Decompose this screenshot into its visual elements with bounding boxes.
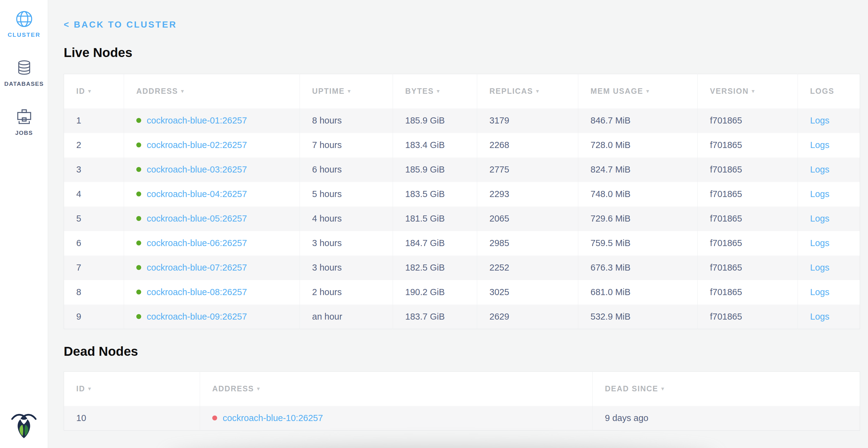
logs-link[interactable]: Logs: [810, 189, 829, 199]
sidebar: CLUSTER DATABASES JOBS: [0, 0, 48, 448]
node-logs-cell: Logs: [798, 207, 860, 231]
node-replicas: 2775: [477, 157, 578, 182]
column-header-id[interactable]: ID: [64, 74, 124, 109]
column-header-version[interactable]: VERSION: [698, 74, 798, 109]
node-version: f701865: [698, 182, 798, 207]
table-row: 2 cockroach-blue-02:26257 7 hours 183.4 …: [64, 133, 860, 157]
live-status-dot: [136, 191, 141, 197]
column-header-address[interactable]: ADDRESS: [124, 74, 300, 109]
column-header-bytes[interactable]: BYTES: [393, 74, 477, 109]
node-address-link[interactable]: cockroach-blue-01:26257: [147, 116, 247, 125]
sidebar-item-jobs[interactable]: JOBS: [0, 109, 48, 137]
table-row: 10 cockroach-blue-10:26257 9 days ago: [64, 406, 860, 430]
node-uptime: an hour: [300, 305, 393, 329]
table-row: 6 cockroach-blue-06:26257 3 hours 184.7 …: [64, 231, 860, 256]
column-header-mem-usage[interactable]: MEM USAGE: [578, 74, 698, 109]
dead-status-dot: [212, 416, 217, 420]
node-address-link[interactable]: cockroach-blue-04:26257: [147, 189, 247, 199]
column-header-dead-since[interactable]: DEAD SINCE: [593, 372, 860, 406]
main-content: < BACK TO CLUSTER Live Nodes ID ADDRESS …: [49, 0, 868, 448]
node-address-link[interactable]: cockroach-blue-09:26257: [147, 311, 247, 322]
node-replicas: 2985: [477, 231, 578, 256]
node-address-link[interactable]: cockroach-blue-10:26257: [223, 413, 323, 423]
node-address-link[interactable]: cockroach-blue-05:26257: [147, 214, 247, 223]
node-uptime: 7 hours: [300, 133, 393, 157]
node-replicas: 3025: [477, 280, 578, 305]
node-version: f701865: [698, 231, 798, 256]
logs-link[interactable]: Logs: [810, 214, 829, 223]
sidebar-item-label: DATABASES: [0, 81, 48, 87]
node-replicas: 2252: [477, 256, 578, 280]
node-logs-cell: Logs: [798, 305, 860, 329]
logs-link[interactable]: Logs: [810, 116, 829, 125]
node-address-cell: cockroach-blue-09:26257: [124, 305, 300, 329]
cockroachdb-logo: [11, 411, 37, 441]
column-header-replicas[interactable]: REPLICAS: [477, 74, 578, 109]
node-mem-usage: 728.0 MiB: [578, 133, 698, 157]
sidebar-item-databases[interactable]: DATABASES: [0, 59, 48, 87]
node-id: 3: [64, 157, 124, 182]
sort-arrow-icon: [345, 87, 351, 95]
node-bytes: 183.4 GiB: [393, 133, 477, 157]
node-replicas: 2293: [477, 182, 578, 207]
column-header-id[interactable]: ID: [64, 372, 200, 406]
sidebar-item-label: CLUSTER: [0, 32, 48, 38]
node-address-link[interactable]: cockroach-blue-07:26257: [147, 263, 247, 272]
back-to-cluster-link[interactable]: < BACK TO CLUSTER: [64, 20, 177, 30]
node-id: 7: [64, 256, 124, 280]
logs-link[interactable]: Logs: [810, 238, 829, 248]
sort-arrow-icon: [85, 384, 92, 393]
live-status-dot: [136, 118, 141, 123]
node-address-link[interactable]: cockroach-blue-08:26257: [147, 287, 247, 297]
sort-arrow-icon: [434, 87, 440, 95]
sidebar-item-label: JOBS: [0, 130, 48, 137]
logs-link[interactable]: Logs: [810, 263, 829, 272]
sort-arrow-icon: [178, 87, 184, 95]
node-id: 4: [64, 182, 124, 207]
node-address-link[interactable]: cockroach-blue-06:26257: [147, 238, 247, 248]
node-bytes: 184.7 GiB: [393, 231, 477, 256]
logs-link[interactable]: Logs: [810, 311, 829, 322]
node-replicas: 3179: [477, 109, 578, 133]
sort-arrow-icon: [85, 87, 92, 95]
logs-link[interactable]: Logs: [810, 287, 829, 297]
node-bytes: 185.9 GiB: [393, 109, 477, 133]
node-dead-since: 9 days ago: [593, 406, 860, 430]
column-header-uptime[interactable]: UPTIME: [300, 74, 393, 109]
node-mem-usage: 759.5 MiB: [578, 231, 698, 256]
live-status-dot: [136, 167, 141, 172]
logs-link[interactable]: Logs: [810, 140, 829, 150]
node-logs-cell: Logs: [798, 157, 860, 182]
node-id: 1: [64, 109, 124, 133]
column-header-logs: LOGS: [798, 74, 860, 109]
node-address-link[interactable]: cockroach-blue-02:26257: [147, 140, 247, 150]
node-version: f701865: [698, 109, 798, 133]
table-row: 4 cockroach-blue-04:26257 5 hours 183.5 …: [64, 182, 860, 207]
node-replicas: 2629: [477, 305, 578, 329]
logs-link[interactable]: Logs: [810, 165, 829, 174]
node-mem-usage: 676.3 MiB: [578, 256, 698, 280]
database-icon: [16, 59, 32, 78]
node-replicas: 2065: [477, 207, 578, 231]
node-address-link[interactable]: cockroach-blue-03:26257: [147, 165, 247, 174]
node-address-cell: cockroach-blue-03:26257: [124, 157, 300, 182]
node-mem-usage: 748.0 MiB: [578, 182, 698, 207]
sidebar-item-cluster[interactable]: CLUSTER: [0, 10, 48, 38]
node-uptime: 4 hours: [300, 207, 393, 231]
node-logs-cell: Logs: [798, 182, 860, 207]
column-header-address[interactable]: ADDRESS: [200, 372, 593, 406]
node-logs-cell: Logs: [798, 231, 860, 256]
sort-arrow-icon: [254, 384, 260, 393]
node-address-cell: cockroach-blue-01:26257: [124, 109, 300, 133]
node-mem-usage: 681.0 MiB: [578, 280, 698, 305]
node-logs-cell: Logs: [798, 133, 860, 157]
live-status-dot: [136, 314, 141, 319]
node-bytes: 181.5 GiB: [393, 207, 477, 231]
live-status-dot: [136, 290, 141, 295]
node-uptime: 3 hours: [300, 256, 393, 280]
node-id: 10: [64, 406, 200, 430]
node-logs-cell: Logs: [798, 109, 860, 133]
node-uptime: 2 hours: [300, 280, 393, 305]
live-status-dot: [136, 265, 141, 270]
sort-arrow-icon: [749, 87, 755, 95]
